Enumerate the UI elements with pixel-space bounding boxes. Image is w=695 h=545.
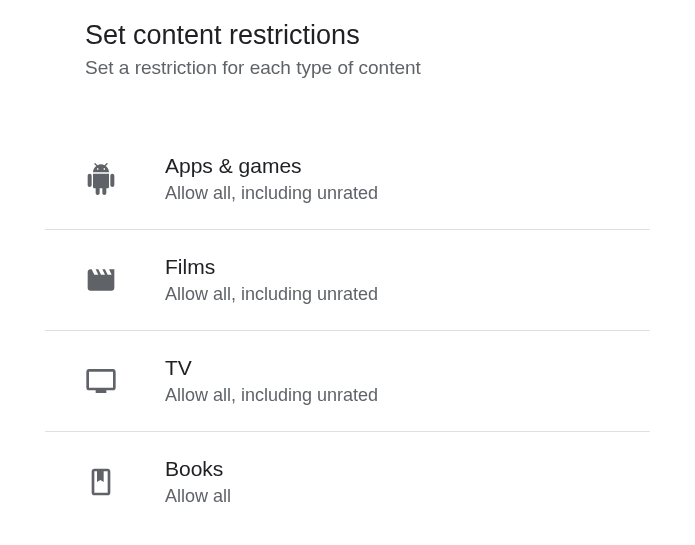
film-icon	[85, 264, 165, 296]
list-item-label: Films	[165, 255, 378, 279]
list-item-tv[interactable]: TV Allow all, including unrated	[45, 331, 650, 432]
header: Set content restrictions Set a restricti…	[45, 20, 650, 79]
list-item-label: Books	[165, 457, 231, 481]
list-item-text: Books Allow all	[165, 457, 231, 507]
list-item-value: Allow all, including unrated	[165, 284, 378, 305]
list-item-apps-games[interactable]: Apps & games Allow all, including unrate…	[45, 129, 650, 230]
list-item-value: Allow all	[165, 486, 231, 507]
android-icon	[85, 163, 165, 195]
list-item-label: Apps & games	[165, 154, 378, 178]
page-subtitle: Set a restriction for each type of conte…	[85, 57, 650, 79]
restrictions-list: Apps & games Allow all, including unrate…	[45, 129, 650, 532]
list-item-text: Apps & games Allow all, including unrate…	[165, 154, 378, 204]
list-item-value: Allow all, including unrated	[165, 183, 378, 204]
list-item-text: TV Allow all, including unrated	[165, 356, 378, 406]
list-item-text: Films Allow all, including unrated	[165, 255, 378, 305]
page-title: Set content restrictions	[85, 20, 650, 51]
list-item-label: TV	[165, 356, 378, 380]
book-icon	[85, 466, 165, 498]
list-item-value: Allow all, including unrated	[165, 385, 378, 406]
list-item-books[interactable]: Books Allow all	[45, 432, 650, 532]
tv-icon	[85, 365, 165, 397]
list-item-films[interactable]: Films Allow all, including unrated	[45, 230, 650, 331]
